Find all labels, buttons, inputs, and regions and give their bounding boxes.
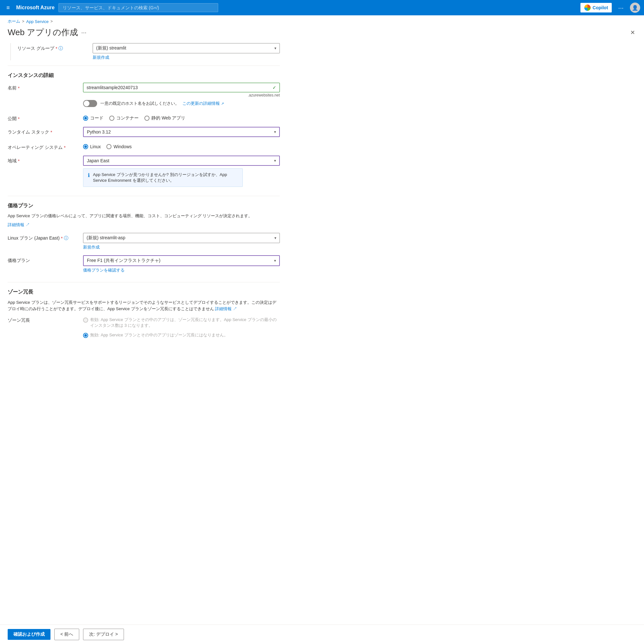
main-content: リソース グループ * ⓘ (新規) streamlit ▾ 新規作成 インスタ… bbox=[0, 43, 287, 355]
copilot-button[interactable]: Copilot bbox=[580, 3, 612, 12]
publish-static-option[interactable]: 静的 Web アプリ bbox=[144, 115, 185, 121]
linux-plan-label: Linux プラン (Japan East) * ⓘ bbox=[8, 233, 78, 241]
publish-container-label: コンテナー bbox=[116, 115, 139, 121]
region-dropdown[interactable]: Japan East ▾ bbox=[83, 156, 280, 166]
copilot-label: Copilot bbox=[593, 5, 608, 10]
linux-plan-new-link[interactable]: 新規作成 bbox=[83, 244, 100, 250]
dropdown-arrow-icon: ▾ bbox=[274, 46, 276, 50]
price-plan-check-link[interactable]: 価格プランを確認する bbox=[83, 267, 125, 273]
price-plan-value: Free F1 (共有インフラストラクチャ) bbox=[87, 258, 160, 264]
linux-plan-dropdown[interactable]: (新規) streamlit-asp ▾ bbox=[83, 233, 280, 243]
runtime-control: Python 3.12 ▾ bbox=[83, 127, 280, 137]
zone-disabled-radio[interactable] bbox=[83, 333, 88, 338]
os-radio-dot bbox=[84, 145, 87, 148]
info-box-text: App Service プランが見つかりませんか? 別のリージョンを試すか、Ap… bbox=[93, 172, 238, 183]
resource-group-new-link[interactable]: 新規作成 bbox=[93, 55, 109, 60]
publish-container-option[interactable]: コンテナー bbox=[109, 115, 139, 121]
runtime-dropdown-arrow-icon: ▾ bbox=[274, 130, 276, 134]
runtime-row: ランタイム スタック * Python 3.12 ▾ bbox=[8, 127, 280, 137]
os-windows-label: Windows bbox=[113, 144, 132, 149]
price-plan-row: 価格プラン Free F1 (共有インフラストラクチャ) ▾ 価格プランを確認す… bbox=[8, 255, 280, 273]
publish-static-label: 静的 Web アプリ bbox=[151, 115, 185, 121]
publish-label: 公開 * bbox=[8, 113, 78, 122]
breadcrumb-sep2: > bbox=[50, 19, 53, 24]
zone-section-title: ゾーン冗長 bbox=[8, 289, 280, 295]
back-button[interactable]: < 前へ bbox=[54, 629, 79, 636]
zone-enabled-option[interactable]: 有効: App Service プランとその中のアプリは、ゾーン冗長になります。… bbox=[83, 317, 280, 328]
zone-disabled-option[interactable]: 無効: App Service プランとその中のアプリはゾーン冗長にはなりません… bbox=[83, 332, 280, 338]
copilot-icon bbox=[584, 4, 591, 11]
zone-row: ゾーン冗長 有効: App Service プランとその中のアプリは、ゾーン冗長… bbox=[8, 315, 280, 338]
resource-group-row: リソース グループ * ⓘ (新規) streamlit ▾ 新規作成 bbox=[17, 43, 280, 60]
zone-external-icon: ↗ bbox=[233, 306, 237, 311]
linux-plan-info-icon[interactable]: ⓘ bbox=[64, 235, 68, 241]
pricing-detail-link[interactable]: 詳細情報 ↗ bbox=[8, 222, 30, 228]
form-scroll-area: リソース グループ * ⓘ (新規) streamlit ▾ 新規作成 インスタ… bbox=[0, 43, 644, 636]
runtime-dropdown[interactable]: Python 3.12 ▾ bbox=[83, 127, 280, 137]
footer-bar: 確認および作成 < 前へ 次: デプロイ > bbox=[0, 625, 644, 636]
publish-radio-group: コード コンテナー 静的 Web アプリ bbox=[83, 113, 280, 121]
zone-disabled-label: 無効: App Service プランとその中のアプリはゾーン冗長にはなりません… bbox=[90, 332, 228, 338]
price-plan-dropdown[interactable]: Free F1 (共有インフラストラクチャ) ▾ bbox=[83, 255, 280, 266]
resource-group-control: (新規) streamlit ▾ 新規作成 bbox=[93, 43, 280, 60]
info-box-icon: ℹ bbox=[88, 172, 90, 178]
os-linux-radio[interactable] bbox=[83, 144, 88, 149]
hostname-toggle[interactable] bbox=[83, 100, 97, 107]
page-title-more-button[interactable]: ··· bbox=[81, 29, 87, 36]
os-linux-label: Linux bbox=[90, 144, 101, 149]
zone-detail-link[interactable]: 詳細情報 ↗ bbox=[215, 306, 237, 311]
navbar-more-button[interactable]: ··· bbox=[616, 3, 626, 13]
hamburger-menu[interactable]: ≡ bbox=[4, 3, 12, 12]
runtime-required: * bbox=[50, 130, 52, 135]
name-row: 名前 * streamlitsample20240713 ✓ .azureweb… bbox=[8, 83, 280, 108]
os-windows-option[interactable]: Windows bbox=[106, 144, 132, 149]
zone-enabled-radio[interactable] bbox=[83, 318, 88, 323]
publish-code-radio[interactable] bbox=[83, 116, 88, 121]
os-linux-option[interactable]: Linux bbox=[83, 144, 101, 149]
publish-code-option[interactable]: コード bbox=[83, 115, 103, 121]
breadcrumb-app-service[interactable]: App Service bbox=[26, 19, 49, 24]
toggle-detail-link[interactable]: この更新の詳細情報 ↗ bbox=[182, 101, 224, 106]
breadcrumb-sep1: > bbox=[22, 19, 24, 24]
resource-group-dropdown[interactable]: (新規) streamlit ▾ bbox=[93, 43, 280, 53]
os-row: オペレーティング システム * Linux Windows bbox=[8, 142, 280, 150]
confirm-create-button[interactable]: 確認および作成 bbox=[8, 629, 50, 636]
breadcrumb-home[interactable]: ホーム bbox=[8, 19, 20, 24]
os-windows-radio[interactable] bbox=[106, 144, 111, 149]
radio-dot bbox=[84, 117, 87, 119]
page-title: Web アプリの作成 bbox=[8, 27, 78, 38]
region-required: * bbox=[18, 158, 19, 164]
instance-section: インスタンスの詳細 名前 * streamlitsample20240713 ✓… bbox=[8, 72, 280, 187]
linux-plan-control: (新規) streamlit-asp ▾ 新規作成 bbox=[83, 233, 280, 250]
price-plan-arrow-icon: ▾ bbox=[274, 258, 276, 263]
region-label: 地域 * bbox=[8, 156, 78, 164]
avatar[interactable]: 👤 bbox=[630, 3, 640, 13]
divider-1 bbox=[8, 65, 280, 66]
valid-checkmark-icon: ✓ bbox=[272, 85, 276, 90]
name-input[interactable]: streamlitsample20240713 ✓ bbox=[83, 83, 280, 92]
next-button[interactable]: 次: デプロイ > bbox=[83, 629, 124, 636]
linux-plan-arrow-icon: ▾ bbox=[274, 236, 276, 240]
resource-group-label: リソース グループ * ⓘ bbox=[17, 43, 88, 51]
search-input[interactable] bbox=[58, 3, 218, 12]
zone-section: ゾーン冗長 App Service プランは、ゾーン冗長サービスをサポートするリ… bbox=[8, 289, 280, 338]
linux-plan-row: Linux プラン (Japan East) * ⓘ (新規) streamli… bbox=[8, 233, 280, 250]
publish-control: コード コンテナー 静的 Web アプリ bbox=[83, 113, 280, 121]
navbar: ≡ Microsoft Azure Copilot ··· 👤 bbox=[0, 0, 644, 15]
name-required: * bbox=[18, 86, 19, 91]
external-link-icon: ↗ bbox=[221, 102, 224, 105]
publish-required: * bbox=[18, 116, 19, 121]
toggle-text: 一意の既定のホスト名をお試しください。 bbox=[100, 101, 179, 106]
resource-group-info-icon[interactable]: ⓘ bbox=[58, 46, 63, 51]
region-row: 地域 * Japan East ▾ ℹ App Service プランが見つかり… bbox=[8, 156, 280, 187]
region-dropdown-arrow-icon: ▾ bbox=[274, 158, 276, 163]
resource-group-section: リソース グループ * ⓘ (新規) streamlit ▾ 新規作成 bbox=[10, 43, 280, 60]
name-label: 名前 * bbox=[8, 83, 78, 91]
zone-radio-dot bbox=[84, 334, 87, 337]
publish-container-radio[interactable] bbox=[109, 116, 114, 121]
brand-name: Microsoft Azure bbox=[16, 5, 55, 11]
publish-static-radio[interactable] bbox=[144, 116, 149, 121]
close-button[interactable]: ✕ bbox=[629, 28, 636, 37]
publish-row: 公開 * コード コンテナー bbox=[8, 113, 280, 122]
price-plan-label: 価格プラン bbox=[8, 255, 78, 264]
